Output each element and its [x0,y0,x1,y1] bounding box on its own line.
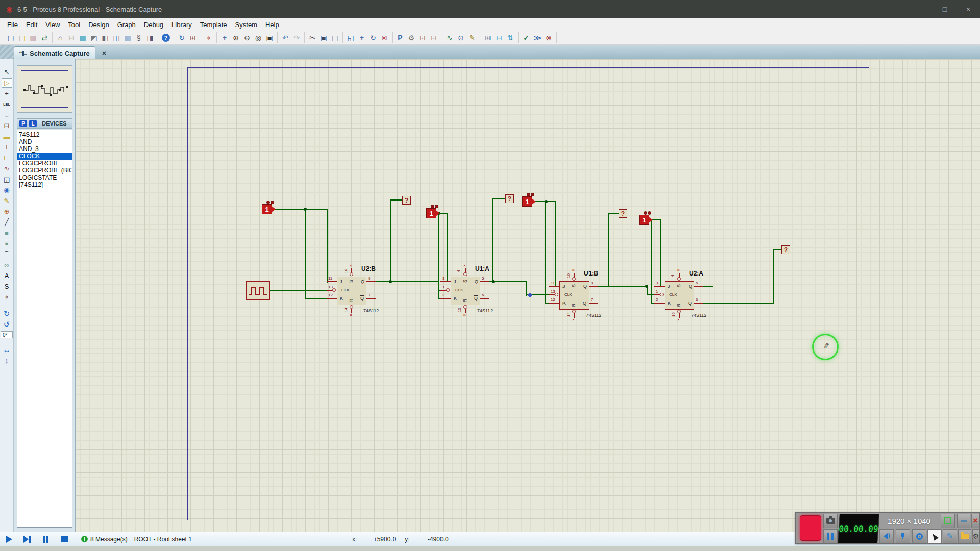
save-project-button[interactable]: ▦ [28,33,38,43]
webcam-button[interactable] [912,529,926,543]
simulation-step-button[interactable] [18,533,37,545]
block-rotate-button[interactable]: ↻ [368,33,378,43]
menu-file[interactable]: File [3,19,22,30]
voltage-probe-mode-tool[interactable]: ✎ [2,196,12,206]
wire-segment[interactable] [608,213,609,287]
selection-pointer-tool[interactable]: ↖ [2,67,12,77]
rotation-angle-box[interactable]: 0° [1,331,13,338]
clock-generator[interactable] [246,281,270,300]
2d-circle-tool[interactable]: ● [2,239,12,248]
tab-schematic-capture[interactable]: Schematic Capture [14,46,95,59]
tab-close-icon[interactable]: × [100,48,109,58]
3d-visualizer-button[interactable]: ◧ [100,33,110,43]
make-device-button[interactable]: ⚙ [406,33,416,43]
wire-segment[interactable] [492,198,493,282]
messages-count[interactable]: 8 Message(s) [90,536,128,543]
wire-segment[interactable] [270,290,328,291]
wire-label-tool[interactable]: LBL [2,99,12,109]
menu-debug[interactable]: Debug [140,19,167,30]
copy-button[interactable]: ▣ [318,33,329,43]
device-item-and[interactable]: AND [17,138,72,145]
device-item-clock[interactable]: CLOCK [17,153,72,160]
wire-segment[interactable] [273,209,328,210]
wire-segment[interactable] [651,219,652,304]
logicprobe[interactable]: ? [781,245,790,254]
2d-path-tool[interactable]: ∞ [2,260,12,270]
undo-button[interactable]: ↶ [280,33,290,43]
cursor-highlight-button[interactable] [927,529,942,543]
schematic-canvas[interactable]: 1111????JCLKKSRQQ111312971014××U2:B74S11… [76,59,980,532]
pick-parts-button[interactable]: P [395,33,405,43]
wire-segment[interactable] [526,281,527,296]
logicstate-1[interactable]: 1 [262,204,272,214]
pick-devices-button[interactable]: P [19,120,27,127]
block-delete-button[interactable]: ⊠ [379,33,389,43]
menu-graph[interactable]: Graph [113,19,140,30]
zoom-area-button[interactable]: ▣ [264,33,275,43]
packaging-tool-button[interactable]: ⊡ [418,33,428,43]
text-script-tool[interactable]: ≡ [2,110,12,120]
netlist-to-ares-button[interactable]: ≫ [532,33,543,43]
device-item-74s112[interactable]: 74S112 [17,131,72,138]
wire-segment[interactable] [773,249,782,250]
visual-designer-button[interactable]: ◨ [145,33,155,43]
subcircuit-mode-tool[interactable]: ▬ [2,132,12,141]
messages-info-icon[interactable]: i [81,536,88,542]
simulation-play-button[interactable] [0,533,18,545]
close-button[interactable]: × [957,0,980,18]
property-assignment-button[interactable]: ✎ [467,33,477,43]
wire-segment[interactable] [447,213,448,282]
decompose-button[interactable]: ⊟ [429,33,439,43]
import-project-button[interactable]: ⇄ [39,33,50,43]
design-explorer-button[interactable]: ◫ [111,33,121,43]
2d-marker-tool[interactable]: ⌖ [2,292,12,302]
wire-segment[interactable] [608,213,619,214]
gerber-viewer-button[interactable]: ◩ [89,33,99,43]
logicstate-1[interactable]: 1 [522,196,532,207]
menu-view[interactable]: View [41,19,64,30]
logicstate-toggle-dots[interactable] [526,193,534,196]
wire-segment[interactable] [660,219,662,287]
block-copy-button[interactable]: ◱ [346,33,356,43]
menu-edit[interactable]: Edit [22,19,41,30]
device-item-logicprobe[interactable]: LOGICPROBE [17,160,72,167]
open-project-button[interactable]: ▤ [17,33,27,43]
logicstate-toggle-dots[interactable] [266,201,274,204]
logicprobe[interactable]: ? [619,209,627,218]
netlist-compiler-button[interactable]: ⊗ [544,33,554,43]
logicstate-1[interactable]: 1 [639,215,649,225]
2d-symbol-tool[interactable]: S [2,282,12,291]
device-pins-mode-tool[interactable]: ⊢ [2,153,12,163]
device-item-logicstate[interactable]: LOGICSTATE [17,174,72,181]
2d-text-tool[interactable]: A [2,271,12,281]
device-item--74s112-[interactable]: [74S112] [17,181,72,188]
menu-design[interactable]: Design [84,19,113,30]
wire-segment[interactable] [327,209,328,283]
pause-button[interactable] [823,529,838,543]
logicprobe[interactable]: ? [505,194,514,203]
simulation-stop-button[interactable] [55,533,74,545]
overview-pane[interactable] [17,65,72,113]
zoom-all-button[interactable]: ◎ [253,33,263,43]
junction-dot-tool[interactable]: + [2,89,12,98]
open-folder-button[interactable] [958,529,971,543]
search-and-tag-button[interactable]: ⊙ [456,33,466,43]
schematic-capture-button[interactable]: ⊟ [66,33,77,43]
wire-segment[interactable] [545,201,546,304]
wire-segment[interactable] [489,281,527,282]
zoom-in-button[interactable]: ⊕ [231,33,241,43]
active-popup-mode-tool[interactable]: ◱ [2,174,12,184]
resize-region-button[interactable] [941,514,955,528]
minimize-button[interactable]: – [910,0,933,18]
home-page-button[interactable]: ⌂ [55,33,65,43]
menu-library[interactable]: Library [167,19,196,30]
wire-segment[interactable] [305,209,306,299]
zoom-out-button[interactable]: ⊖ [242,33,252,43]
rotate-ccw-tool[interactable]: ↺ [2,319,12,329]
rotate-cw-tool[interactable]: ↻ [2,309,12,318]
speaker-button[interactable]: ) [879,529,894,543]
menu-tool[interactable]: Tool [64,19,84,30]
maximize-button[interactable]: □ [933,0,957,18]
logicstate-toggle-dots[interactable] [643,211,651,215]
exit-to-parent-button[interactable]: ⇅ [505,33,516,43]
